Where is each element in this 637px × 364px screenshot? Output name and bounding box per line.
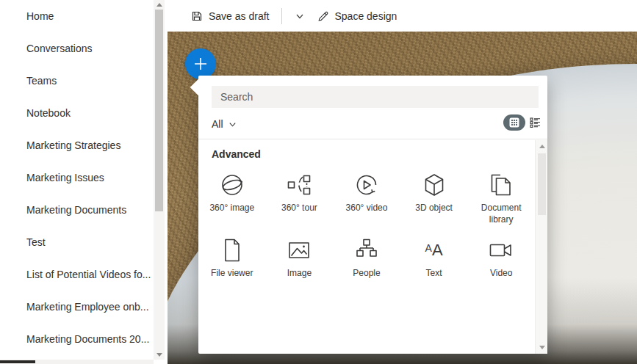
tile-image[interactable]: Image — [266, 237, 334, 280]
search-input[interactable] — [212, 86, 539, 108]
tile-label: 360° video — [346, 203, 388, 214]
image-icon — [286, 237, 312, 263]
sidebar-item-teams[interactable]: Teams — [0, 65, 154, 97]
tile-label: Document library — [471, 203, 531, 225]
section-title: Advanced — [212, 148, 535, 160]
tour-360-icon — [286, 172, 312, 198]
text-icon: A A — [421, 237, 447, 263]
sidebar-item-marketing-strategies[interactable]: Marketing Strategies — [0, 129, 154, 161]
sidebar-item-test[interactable]: Test — [0, 226, 154, 258]
list-view-toggle[interactable] — [528, 116, 541, 129]
grid-view-toggle[interactable] — [503, 114, 525, 131]
chevron-down-icon — [228, 120, 237, 128]
panel-scrollbar-thumb[interactable] — [538, 153, 546, 215]
tile-people[interactable]: People — [333, 237, 400, 280]
save-as-draft-button[interactable]: Save as draft — [190, 7, 271, 25]
site-navigation-sidebar: Home Conversations Teams Notebook Market… — [0, 0, 168, 364]
tile-360-image[interactable]: 360° image — [198, 172, 266, 225]
tile-document-library[interactable]: Document library — [467, 172, 535, 225]
web-part-grid: 360° image 360° tour — [198, 172, 535, 280]
pencil-icon — [317, 10, 329, 22]
scroll-up-icon[interactable] — [154, 0, 165, 10]
tile-file-viewer[interactable]: File viewer — [198, 237, 266, 280]
toolbar-divider — [281, 8, 282, 24]
spaces-editor-window: Home Conversations Teams Notebook Market… — [0, 0, 637, 364]
save-options-chevron-button[interactable] — [291, 9, 309, 23]
tile-label: Text — [426, 268, 442, 280]
tile-label: 360° image — [209, 203, 254, 214]
sidebar-item-marketing-issues[interactable]: Marketing Issues — [0, 161, 154, 194]
space-design-label: Space design — [335, 10, 397, 22]
filter-label: All — [212, 118, 223, 130]
sidebar-item-marketing-employee-onboarding[interactable]: Marketing Employee onb... — [0, 291, 154, 323]
view-toggle-group — [503, 114, 541, 131]
tile-label: File viewer — [211, 268, 253, 280]
tile-360-video[interactable]: 360° video — [333, 172, 400, 225]
sidebar-item-list-of-potential-videos[interactable]: List of Potential Videos fo... — [0, 258, 154, 291]
editor-command-bar: Save as draft Space design — [168, 0, 637, 32]
sidebar-hscrollbar-thumb[interactable] — [0, 360, 35, 363]
web-part-picker-panel: All — [198, 76, 547, 354]
save-as-draft-label: Save as draft — [209, 10, 270, 22]
panel-scroll-up-icon[interactable] — [536, 142, 548, 151]
sidebar-horizontal-scrollbar[interactable] — [0, 360, 154, 364]
tile-label: Image — [287, 268, 312, 280]
video-360-icon — [353, 172, 380, 198]
picker-content: Advanced 360° image — [198, 140, 535, 354]
panel-vertical-scrollbar[interactable] — [535, 140, 547, 354]
tile-label: 3D object — [415, 203, 453, 214]
sidebar-item-home[interactable]: Home — [0, 0, 154, 32]
tile-360-tour[interactable]: 360° tour — [266, 172, 334, 225]
sidebar-scrollbar-thumb[interactable] — [155, 10, 163, 211]
org-chart-icon — [353, 237, 380, 263]
plus-icon — [193, 57, 208, 71]
add-web-part-button[interactable] — [185, 48, 216, 79]
tile-label: 360° tour — [281, 203, 317, 214]
save-icon — [191, 10, 203, 22]
tile-video[interactable]: Video — [467, 237, 535, 280]
grid-view-icon — [509, 117, 519, 128]
tile-label: People — [353, 268, 380, 280]
file-viewer-icon — [219, 237, 245, 263]
tile-label: Video — [490, 268, 512, 280]
sidebar-item-notebook[interactable]: Notebook — [0, 97, 154, 129]
sidebar-item-marketing-documents[interactable]: Marketing Documents — [0, 194, 154, 226]
video-camera-icon — [488, 237, 514, 263]
sidebar-vertical-scrollbar[interactable] — [154, 0, 165, 360]
document-library-icon — [488, 172, 514, 198]
filter-dropdown[interactable]: All — [212, 114, 237, 134]
space-design-button[interactable]: Space design — [316, 7, 399, 25]
cube-3d-icon — [421, 172, 447, 198]
scroll-down-icon[interactable] — [154, 350, 165, 360]
tile-text[interactable]: A A Text — [400, 237, 468, 280]
tile-3d-object[interactable]: 3D object — [400, 172, 468, 225]
panel-scroll-down-icon[interactable] — [536, 343, 548, 352]
sidebar-item-marketing-documents-20[interactable]: Marketing Documents 20... — [0, 323, 154, 355]
sphere-360-icon — [219, 172, 245, 198]
sidebar-item-conversations[interactable]: Conversations — [0, 32, 154, 65]
picker-header: All — [198, 76, 547, 139]
list-view-icon — [530, 117, 541, 128]
